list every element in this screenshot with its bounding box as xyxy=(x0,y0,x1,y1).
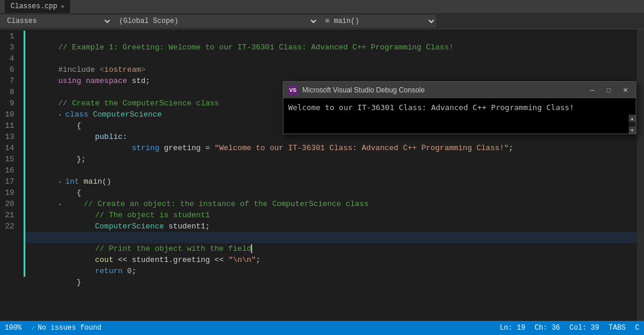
line-num-7: 7 xyxy=(0,75,19,87)
code-line-2 xyxy=(26,42,637,53)
code-line-1: // Example 1: Greeting: Welcome to our I… xyxy=(26,31,637,42)
tab-label: Classes.cpp xyxy=(11,2,57,11)
tabs-indicator: TABS xyxy=(609,324,626,332)
debug-scrollbar[interactable]: ▲ ▼ xyxy=(629,115,636,134)
code-line-22: } xyxy=(26,266,637,277)
cursor-col2: Col: 39 xyxy=(570,324,599,332)
line-num-20: 20 xyxy=(0,198,19,210)
line-num-3: 3 xyxy=(0,42,19,53)
code-line-11: }; xyxy=(26,142,637,154)
line-num-9: 9 xyxy=(0,98,19,109)
scope-dropdown[interactable]: (Global Scope) xyxy=(112,15,318,28)
main-dropdown[interactable]: ⊙ main() xyxy=(318,15,436,28)
encoding-indicator: C xyxy=(635,324,639,332)
debug-close-button[interactable]: ✕ xyxy=(619,85,631,95)
cursor-col: Ch: 36 xyxy=(534,324,560,332)
code-line-15: ▪ // Create an object: the instance of t… xyxy=(26,187,637,198)
zoom-level: 100% xyxy=(5,324,22,332)
line-num-11: 11 xyxy=(0,120,19,131)
classes-dropdown[interactable]: Classes xyxy=(0,15,112,28)
debug-restore-button[interactable]: □ xyxy=(603,85,615,95)
line-num-17: 17 xyxy=(0,176,19,187)
line-num-10: 10 xyxy=(0,109,19,120)
code-line-17: ComputerScience student1; xyxy=(26,210,637,221)
code-line-14: { xyxy=(26,176,637,187)
code-line-19: // Print the object with the field xyxy=(26,232,637,243)
code-line-3: #include <iostream> xyxy=(26,53,637,64)
issues-status: ✓ No issues found xyxy=(31,324,101,333)
toolbar: Classes (Global Scope) ⊙ main() xyxy=(0,13,644,29)
status-right: Ln: 19 Ch: 36 Col: 39 TABS C xyxy=(500,324,639,332)
line-num-13: 13 xyxy=(0,131,19,142)
vs-icon: VS xyxy=(288,85,298,95)
line-num-19: 19 xyxy=(0,187,19,198)
debug-scroll-up-button[interactable]: ▲ xyxy=(629,115,636,122)
line-num-4: 4 xyxy=(0,53,19,64)
line-num-6: 6 xyxy=(0,64,19,75)
editor-scrollbar[interactable] xyxy=(637,29,644,321)
line-num-14: 14 xyxy=(0,142,19,154)
line-num-21: 21 xyxy=(0,210,19,221)
line-numbers: 1 3 4 6 7 8 9 10 11 13 14 15 16 17 19 20… xyxy=(0,29,24,321)
status-bar: 100% ✓ No issues found Ln: 19 Ch: 36 Col… xyxy=(0,321,644,335)
debug-output: Welcome to our IT-36301 Class: Advanced … xyxy=(283,98,636,134)
debug-content-area: Welcome to our IT-36301 Class: Advanced … xyxy=(283,98,636,134)
cursor-line: Ln: 19 xyxy=(500,324,525,332)
issues-icon: ✓ xyxy=(31,324,35,333)
debug-minimize-button[interactable]: ─ xyxy=(586,85,598,95)
debug-output-text: Welcome to our IT-36301 Class: Advanced … xyxy=(288,103,574,112)
code-line-4: using namespace std; xyxy=(26,64,637,75)
title-bar: Classes.cpp ✕ xyxy=(0,0,644,13)
issues-label: No issues found xyxy=(38,324,101,332)
line-num-8: 8 xyxy=(0,87,19,98)
line-num-15: 15 xyxy=(0,154,19,165)
line-num-16: 16 xyxy=(0,165,19,176)
debug-console-title: Microsoft Visual Studio Debug Console xyxy=(302,86,582,94)
code-line-12 xyxy=(26,154,637,165)
code-line-16: // The object is student1 xyxy=(26,198,637,210)
debug-title-bar: VS Microsoft Visual Studio Debug Console… xyxy=(283,82,636,98)
editor-container: 1 3 4 6 7 8 9 10 11 13 14 15 16 17 19 20… xyxy=(0,29,644,321)
code-line-21: return 0; xyxy=(26,254,637,266)
editor-tab[interactable]: Classes.cpp ✕ xyxy=(5,0,70,13)
code-line-13: ▪int main() xyxy=(26,165,637,176)
line-num-1: 1 xyxy=(0,31,19,42)
line-num-22: 22 xyxy=(0,221,19,232)
code-editor[interactable]: // Example 1: Greeting: Welcome to our I… xyxy=(26,29,637,321)
tab-close-button[interactable]: ✕ xyxy=(61,3,64,10)
debug-scroll-down-button[interactable]: ▼ xyxy=(629,127,636,134)
code-line-20: cout << student1.greeting << "\n\n"; xyxy=(26,243,637,254)
debug-console-window: VS Microsoft Visual Studio Debug Console… xyxy=(283,81,636,134)
code-line-18 xyxy=(26,221,637,232)
